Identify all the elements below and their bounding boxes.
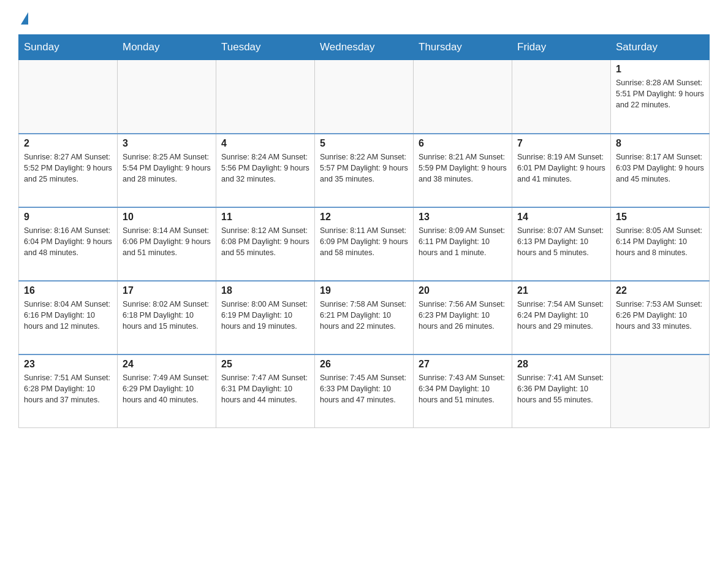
calendar-cell: 16Sunrise: 8:04 AM Sunset: 6:16 PM Dayli… xyxy=(19,281,118,354)
calendar-cell xyxy=(611,354,710,428)
calendar-cell: 11Sunrise: 8:12 AM Sunset: 6:08 PM Dayli… xyxy=(216,207,315,281)
calendar-cell: 5Sunrise: 8:22 AM Sunset: 5:57 PM Daylig… xyxy=(315,134,414,207)
day-info: Sunrise: 7:43 AM Sunset: 6:34 PM Dayligh… xyxy=(419,372,507,405)
weekday-header-monday: Monday xyxy=(118,35,216,60)
weekday-header-saturday: Saturday xyxy=(611,35,710,60)
day-number: 7 xyxy=(517,138,605,149)
day-info: Sunrise: 8:16 AM Sunset: 6:04 PM Dayligh… xyxy=(24,225,112,258)
day-number: 26 xyxy=(320,359,408,370)
day-info: Sunrise: 8:02 AM Sunset: 6:18 PM Dayligh… xyxy=(123,299,211,332)
day-number: 2 xyxy=(24,138,112,149)
calendar-cell: 14Sunrise: 8:07 AM Sunset: 6:13 PM Dayli… xyxy=(512,207,611,281)
day-number: 17 xyxy=(123,285,211,296)
day-info: Sunrise: 7:45 AM Sunset: 6:33 PM Dayligh… xyxy=(320,372,408,405)
day-number: 11 xyxy=(221,212,309,223)
day-number: 15 xyxy=(616,212,704,223)
day-info: Sunrise: 8:09 AM Sunset: 6:11 PM Dayligh… xyxy=(419,225,507,258)
weekday-header-wednesday: Wednesday xyxy=(315,35,414,60)
logo-triangle-icon xyxy=(21,12,28,25)
calendar-cell: 3Sunrise: 8:25 AM Sunset: 5:54 PM Daylig… xyxy=(118,134,216,207)
day-info: Sunrise: 7:47 AM Sunset: 6:31 PM Dayligh… xyxy=(221,372,309,405)
logo xyxy=(18,12,28,23)
day-info: Sunrise: 8:21 AM Sunset: 5:59 PM Dayligh… xyxy=(419,151,507,185)
day-number: 25 xyxy=(221,359,309,370)
day-info: Sunrise: 8:22 AM Sunset: 5:57 PM Dayligh… xyxy=(320,151,408,185)
day-info: Sunrise: 7:54 AM Sunset: 6:24 PM Dayligh… xyxy=(517,299,605,332)
day-info: Sunrise: 7:41 AM Sunset: 6:36 PM Dayligh… xyxy=(517,372,605,405)
day-number: 1 xyxy=(616,64,704,75)
day-info: Sunrise: 8:05 AM Sunset: 6:14 PM Dayligh… xyxy=(616,225,704,258)
calendar-cell: 19Sunrise: 7:58 AM Sunset: 6:21 PM Dayli… xyxy=(315,281,414,354)
calendar-cell xyxy=(19,60,118,134)
day-info: Sunrise: 8:00 AM Sunset: 6:19 PM Dayligh… xyxy=(221,299,309,332)
calendar-cell xyxy=(414,60,512,134)
calendar-cell: 7Sunrise: 8:19 AM Sunset: 6:01 PM Daylig… xyxy=(512,134,611,207)
day-info: Sunrise: 8:11 AM Sunset: 6:09 PM Dayligh… xyxy=(320,225,408,258)
day-number: 12 xyxy=(320,212,408,223)
day-info: Sunrise: 7:49 AM Sunset: 6:29 PM Dayligh… xyxy=(123,372,211,405)
day-number: 18 xyxy=(221,285,309,296)
day-number: 13 xyxy=(419,212,507,223)
day-number: 24 xyxy=(123,359,211,370)
weekday-header-row: SundayMondayTuesdayWednesdayThursdayFrid… xyxy=(19,35,710,60)
calendar-cell: 21Sunrise: 7:54 AM Sunset: 6:24 PM Dayli… xyxy=(512,281,611,354)
day-info: Sunrise: 7:56 AM Sunset: 6:23 PM Dayligh… xyxy=(419,299,507,332)
calendar-cell: 27Sunrise: 7:43 AM Sunset: 6:34 PM Dayli… xyxy=(414,354,512,428)
day-number: 3 xyxy=(123,138,211,149)
calendar-cell: 2Sunrise: 8:27 AM Sunset: 5:52 PM Daylig… xyxy=(19,134,118,207)
calendar-week-row: 23Sunrise: 7:51 AM Sunset: 6:28 PM Dayli… xyxy=(19,354,710,428)
day-info: Sunrise: 7:53 AM Sunset: 6:26 PM Dayligh… xyxy=(616,299,704,332)
day-number: 4 xyxy=(221,138,309,149)
calendar-cell: 15Sunrise: 8:05 AM Sunset: 6:14 PM Dayli… xyxy=(611,207,710,281)
calendar-cell: 26Sunrise: 7:45 AM Sunset: 6:33 PM Dayli… xyxy=(315,354,414,428)
calendar-week-row: 16Sunrise: 8:04 AM Sunset: 6:16 PM Dayli… xyxy=(19,281,710,354)
calendar-cell xyxy=(118,60,216,134)
day-info: Sunrise: 8:28 AM Sunset: 5:51 PM Dayligh… xyxy=(616,77,704,110)
weekday-header-tuesday: Tuesday xyxy=(216,35,315,60)
calendar-cell: 1Sunrise: 8:28 AM Sunset: 5:51 PM Daylig… xyxy=(611,60,710,134)
day-number: 23 xyxy=(24,359,112,370)
calendar-cell xyxy=(216,60,315,134)
calendar-cell: 24Sunrise: 7:49 AM Sunset: 6:29 PM Dayli… xyxy=(118,354,216,428)
calendar-cell: 17Sunrise: 8:02 AM Sunset: 6:18 PM Dayli… xyxy=(118,281,216,354)
weekday-header-thursday: Thursday xyxy=(414,35,512,60)
calendar-table: SundayMondayTuesdayWednesdayThursdayFrid… xyxy=(18,34,710,428)
day-info: Sunrise: 8:12 AM Sunset: 6:08 PM Dayligh… xyxy=(221,225,309,258)
day-number: 22 xyxy=(616,285,704,296)
calendar-cell: 12Sunrise: 8:11 AM Sunset: 6:09 PM Dayli… xyxy=(315,207,414,281)
day-number: 10 xyxy=(123,212,211,223)
calendar-cell: 8Sunrise: 8:17 AM Sunset: 6:03 PM Daylig… xyxy=(611,134,710,207)
day-number: 6 xyxy=(419,138,507,149)
day-number: 27 xyxy=(419,359,507,370)
day-info: Sunrise: 8:27 AM Sunset: 5:52 PM Dayligh… xyxy=(24,151,112,185)
calendar-week-row: 2Sunrise: 8:27 AM Sunset: 5:52 PM Daylig… xyxy=(19,134,710,207)
day-info: Sunrise: 8:19 AM Sunset: 6:01 PM Dayligh… xyxy=(517,151,605,185)
calendar-cell: 20Sunrise: 7:56 AM Sunset: 6:23 PM Dayli… xyxy=(414,281,512,354)
day-number: 9 xyxy=(24,212,112,223)
calendar-cell xyxy=(512,60,611,134)
calendar-week-row: 1Sunrise: 8:28 AM Sunset: 5:51 PM Daylig… xyxy=(19,60,710,134)
weekday-header-sunday: Sunday xyxy=(19,35,118,60)
calendar-cell: 23Sunrise: 7:51 AM Sunset: 6:28 PM Dayli… xyxy=(19,354,118,428)
day-number: 19 xyxy=(320,285,408,296)
day-number: 20 xyxy=(419,285,507,296)
day-number: 16 xyxy=(24,285,112,296)
calendar-cell: 13Sunrise: 8:09 AM Sunset: 6:11 PM Dayli… xyxy=(414,207,512,281)
day-info: Sunrise: 8:14 AM Sunset: 6:06 PM Dayligh… xyxy=(123,225,211,258)
calendar-cell: 25Sunrise: 7:47 AM Sunset: 6:31 PM Dayli… xyxy=(216,354,315,428)
calendar-cell xyxy=(315,60,414,134)
day-info: Sunrise: 8:07 AM Sunset: 6:13 PM Dayligh… xyxy=(517,225,605,258)
calendar-cell: 18Sunrise: 8:00 AM Sunset: 6:19 PM Dayli… xyxy=(216,281,315,354)
day-info: Sunrise: 8:24 AM Sunset: 5:56 PM Dayligh… xyxy=(221,151,309,185)
calendar-cell: 4Sunrise: 8:24 AM Sunset: 5:56 PM Daylig… xyxy=(216,134,315,207)
page-header xyxy=(18,12,710,23)
day-number: 14 xyxy=(517,212,605,223)
day-number: 28 xyxy=(517,359,605,370)
weekday-header-friday: Friday xyxy=(512,35,611,60)
calendar-cell: 6Sunrise: 8:21 AM Sunset: 5:59 PM Daylig… xyxy=(414,134,512,207)
calendar-cell: 10Sunrise: 8:14 AM Sunset: 6:06 PM Dayli… xyxy=(118,207,216,281)
day-info: Sunrise: 7:58 AM Sunset: 6:21 PM Dayligh… xyxy=(320,299,408,332)
day-info: Sunrise: 7:51 AM Sunset: 6:28 PM Dayligh… xyxy=(24,372,112,405)
calendar-week-row: 9Sunrise: 8:16 AM Sunset: 6:04 PM Daylig… xyxy=(19,207,710,281)
day-info: Sunrise: 8:25 AM Sunset: 5:54 PM Dayligh… xyxy=(123,151,211,185)
